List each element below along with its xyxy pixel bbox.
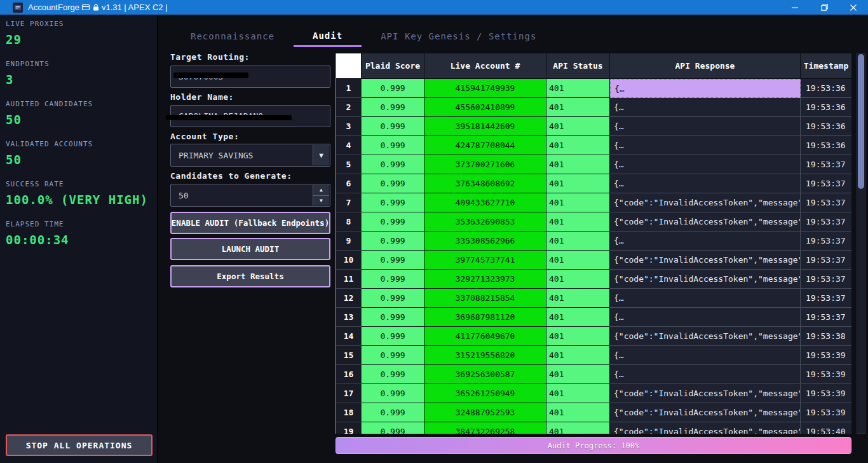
table-cell-account[interactable]: 424787708044 [424, 136, 546, 155]
table-cell-status[interactable]: 401 [546, 365, 610, 384]
table-cell-rownum[interactable]: 19 [336, 422, 362, 434]
minimize-button[interactable] [780, 0, 810, 15]
table-cell-status[interactable]: 401 [546, 346, 610, 365]
table-cell-score[interactable]: 0.999 [362, 365, 424, 384]
table-cell-account[interactable]: 329271323973 [424, 270, 546, 289]
table-cell-response[interactable]: {… [610, 98, 801, 117]
table-cell-time[interactable]: 19:53:37 [801, 174, 851, 193]
table-cell-rownum[interactable]: 16 [336, 365, 362, 384]
launch-audit-button[interactable]: LAUNCH AUDIT [170, 238, 330, 260]
table-cell-response[interactable]: {"code":"InvalidAccessToken","message":"… [610, 212, 801, 232]
table-cell-status[interactable]: 401 [546, 289, 610, 308]
table-cell-account[interactable]: 455602410899 [424, 98, 546, 117]
table-cell-response[interactable]: {"code":"InvalidAccessToken","message":"… [610, 270, 801, 289]
table-cell-response[interactable]: {"code":"InvalidAccessToken","message":"… [610, 193, 801, 212]
table-cell-score[interactable]: 0.999 [362, 270, 424, 289]
table-cell-score[interactable]: 0.999 [362, 251, 424, 270]
table-cell-status[interactable]: 401 [546, 251, 610, 270]
table-cell-score[interactable]: 0.999 [362, 346, 424, 365]
chevron-down-icon[interactable]: ▼ [313, 145, 329, 165]
table-cell-rownum[interactable]: 11 [336, 270, 362, 289]
table-cell-rownum[interactable]: 4 [336, 136, 362, 155]
table-cell-account[interactable]: 395181442609 [424, 117, 546, 136]
table-cell-status[interactable]: 401 [546, 136, 610, 155]
table-cell-account[interactable]: 411776049670 [424, 327, 546, 346]
table-cell-response[interactable]: {"code":"InvalidAccessToken","message":"… [610, 327, 801, 346]
spin-down-icon[interactable]: ▼ [313, 196, 329, 206]
table-cell-score[interactable]: 0.999 [362, 384, 424, 403]
holder-name-input[interactable]: CAROLINA BEJARANO [170, 105, 330, 127]
table-cell-status[interactable]: 401 [546, 403, 610, 422]
table-cell-time[interactable]: 19:53:37 [801, 212, 851, 232]
stop-all-operations-button[interactable]: STOP ALL OPERATIONS [6, 434, 153, 456]
tab-audit[interactable]: Audit [294, 25, 362, 47]
table-cell-account[interactable]: 409433627710 [424, 193, 546, 212]
table-cell-score[interactable]: 0.999 [362, 403, 424, 422]
table-cell-score[interactable]: 0.999 [362, 212, 424, 232]
table-cell-rownum[interactable]: 15 [336, 346, 362, 365]
table-cell-rownum[interactable]: 3 [336, 117, 362, 136]
table-cell-account[interactable]: 415941749939 [424, 79, 546, 98]
table-cell-time[interactable]: 19:53:36 [801, 79, 851, 98]
table-cell-score[interactable]: 0.999 [362, 79, 424, 98]
table-cell-response[interactable]: {… [610, 308, 801, 327]
table-cell-score[interactable]: 0.999 [362, 327, 424, 346]
table-cell-score[interactable]: 0.999 [362, 289, 424, 308]
table-cell-time[interactable]: 19:53:39 [801, 365, 851, 384]
table-cell-time[interactable]: 19:53:38 [801, 327, 851, 346]
table-cell-rownum[interactable]: 1 [336, 79, 362, 98]
table-cell-account[interactable]: 337088215854 [424, 289, 546, 308]
table-cell-rownum[interactable]: 10 [336, 251, 362, 270]
table-cell-time[interactable]: 19:53:37 [801, 251, 851, 270]
table-cell-rownum[interactable]: 12 [336, 289, 362, 308]
table-cell-status[interactable]: 401 [546, 232, 610, 251]
table-cell-score[interactable]: 0.999 [362, 422, 424, 434]
table-cell-score[interactable]: 0.999 [362, 308, 424, 327]
table-cell-score[interactable]: 0.999 [362, 193, 424, 212]
table-cell-response[interactable]: {"code":"InvalidAccessToken","message":"… [610, 251, 801, 270]
table-cell-rownum[interactable]: 18 [336, 403, 362, 422]
table-cell-account[interactable]: 324887952593 [424, 403, 546, 422]
table-cell-account[interactable]: 373700271606 [424, 155, 546, 174]
table-cell-time[interactable]: 19:53:37 [801, 270, 851, 289]
table-cell-status[interactable]: 401 [546, 308, 610, 327]
table-cell-score[interactable]: 0.999 [362, 155, 424, 174]
table-cell-status[interactable]: 401 [546, 174, 610, 193]
table-cell-time[interactable]: 19:53:37 [801, 193, 851, 212]
table-cell-time[interactable]: 19:53:37 [801, 308, 851, 327]
table-cell-status[interactable]: 401 [546, 212, 610, 232]
table-scrollbar-track[interactable] [857, 53, 865, 434]
tab-api-key-genesis-settings[interactable]: API Key Genesis / Settings [362, 25, 555, 47]
table-cell-response[interactable]: {… [610, 346, 801, 365]
candidates-spinner[interactable]: 50 ▲ ▼ [170, 184, 330, 207]
table-cell-account[interactable]: 335308562966 [424, 232, 546, 251]
table-cell-account[interactable]: 384732269258 [424, 422, 546, 434]
export-results-button[interactable]: Export Results [170, 265, 330, 287]
table-cell-status[interactable]: 401 [546, 422, 610, 434]
table-cell-time[interactable]: 19:53:39 [801, 384, 851, 403]
table-cell-account[interactable]: 369687981120 [424, 308, 546, 327]
table-cell-score[interactable]: 0.999 [362, 232, 424, 251]
spin-up-icon[interactable]: ▲ [313, 185, 329, 196]
table-cell-score[interactable]: 0.999 [362, 136, 424, 155]
table-cell-rownum[interactable]: 6 [336, 174, 362, 193]
table-cell-rownum[interactable]: 5 [336, 155, 362, 174]
table-cell-score[interactable]: 0.999 [362, 98, 424, 117]
table-cell-account[interactable]: 315219556820 [424, 346, 546, 365]
table-cell-time[interactable]: 19:53:37 [801, 289, 851, 308]
table-cell-score[interactable]: 0.999 [362, 117, 424, 136]
table-cell-status[interactable]: 401 [546, 117, 610, 136]
table-cell-response[interactable]: {… [610, 136, 801, 155]
table-cell-time[interactable]: 19:53:37 [801, 232, 851, 251]
table-cell-status[interactable]: 401 [546, 270, 610, 289]
table-cell-response[interactable]: {"code":"InvalidAccessToken","message":"… [610, 403, 801, 422]
table-cell-status[interactable]: 401 [546, 98, 610, 117]
table-cell-time[interactable]: 19:53:39 [801, 403, 851, 422]
table-cell-response[interactable]: {… [610, 155, 801, 174]
table-cell-account[interactable]: 369256300587 [424, 365, 546, 384]
table-cell-time[interactable]: 19:53:36 [801, 98, 851, 117]
table-cell-time[interactable]: 19:53:37 [801, 155, 851, 174]
table-cell-rownum[interactable]: 8 [336, 212, 362, 232]
target-routing-input[interactable]: 307070003 [170, 66, 330, 88]
close-button[interactable] [839, 0, 868, 15]
